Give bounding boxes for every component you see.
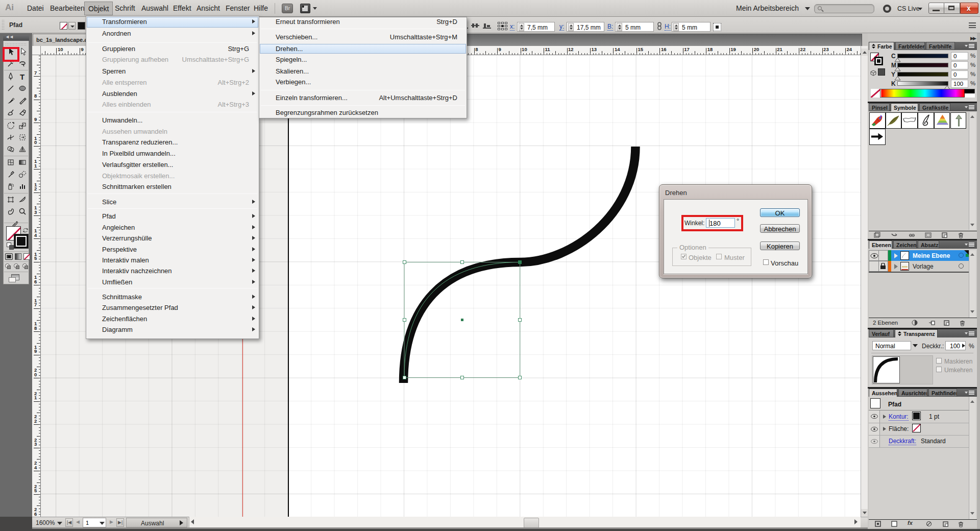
svg-text:T: T [20, 73, 24, 81]
